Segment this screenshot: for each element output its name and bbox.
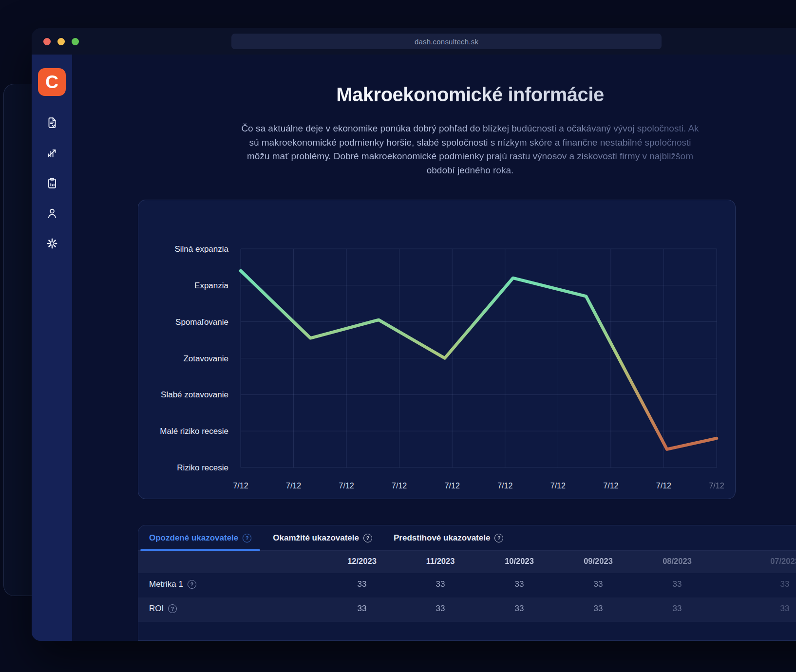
metric-name: Metrika 1 (149, 579, 183, 589)
x-axis-label: 7/12 (286, 482, 301, 490)
metric-value: 33 (780, 604, 790, 614)
tab-label: Opozdené ukazovatele (149, 533, 238, 543)
url-bar[interactable]: dash.consultech.sk (231, 34, 662, 49)
main-content: Makroekonomické informácie Čo sa aktuáln… (72, 55, 796, 641)
zoom-button[interactable] (72, 38, 79, 45)
tab-opozden-ukazovatele[interactable]: Opozdené ukazovatele? (149, 525, 251, 551)
metric-value: 33 (358, 579, 367, 589)
page-description: Čo sa aktuálne deje v ekonomike ponúka d… (239, 122, 701, 177)
window-body: C Makroekonomické informácie Čo sa aktuá… (32, 55, 796, 641)
metric-value: 33 (780, 579, 790, 589)
browser-chrome: dash.consultech.sk (32, 28, 796, 55)
column-header: 11/2023 (426, 557, 455, 566)
x-axis-label: 7/12 (709, 482, 724, 490)
x-axis-label: 7/12 (339, 482, 354, 490)
tab-predstihov-ukazovatele[interactable]: Predstihové ukazovatele? (394, 525, 503, 551)
tab-okam-it-ukazovatele[interactable]: Okamžité ukazovatele? (273, 525, 372, 551)
tab-label: Predstihové ukazovatele (394, 533, 490, 543)
indicator-tabs: Opozdené ukazovatele?Okamžité ukazovatel… (138, 525, 796, 551)
x-axis-label: 7/12 (445, 482, 460, 490)
metric-value: 33 (436, 604, 445, 614)
minimize-button[interactable] (57, 38, 65, 45)
row-label: ROI? (149, 604, 177, 614)
app-logo-letter: C (45, 72, 58, 93)
x-axis-label: 7/12 (392, 482, 407, 490)
page-title: Makroekonomické informácie (72, 84, 796, 106)
clipboard-chart-icon[interactable] (46, 177, 58, 189)
help-icon[interactable]: ? (243, 534, 251, 542)
help-icon[interactable]: ? (168, 604, 177, 613)
x-axis-label: 7/12 (603, 482, 618, 490)
column-header: 07/2023 (770, 557, 796, 566)
metric-value: 33 (436, 579, 445, 589)
metric-value: 33 (594, 579, 603, 589)
analytics-icon[interactable] (46, 147, 58, 159)
column-header: 08/2023 (663, 557, 692, 566)
table-header-row: 12/202311/202310/202309/202308/202307/20… (138, 551, 796, 573)
window-controls (43, 38, 79, 45)
help-icon[interactable]: ? (494, 534, 503, 542)
column-header: 09/2023 (584, 557, 613, 566)
y-axis-label: Slabé zotavovanie (152, 390, 228, 400)
close-button[interactable] (43, 38, 51, 45)
metric-value: 33 (358, 604, 367, 614)
table-row: ROI?333333333333 (138, 597, 796, 622)
tab-label: Okamžité ukazovatele (273, 533, 359, 543)
metric-value: 33 (515, 604, 524, 614)
help-icon[interactable]: ? (363, 534, 372, 542)
metric-value: 33 (515, 579, 524, 589)
y-axis-label: Riziko recesie (152, 463, 228, 473)
metric-name: ROI (149, 604, 164, 614)
browser-window: dash.consultech.sk C Makroekonomické inf… (32, 28, 796, 641)
row-label: Metrika 1? (149, 579, 196, 589)
indicators-panel: Opozdené ukazovatele?Okamžité ukazovatel… (138, 525, 796, 641)
macro-chart-panel: Silná expanziaExpanziaSpomaľovanieZotavo… (138, 200, 736, 499)
metric-value: 33 (673, 579, 682, 589)
page: dash.consultech.sk C Makroekonomické inf… (0, 0, 796, 672)
x-axis-label: 7/12 (656, 482, 671, 490)
y-axis-label: Zotavovanie (152, 353, 228, 363)
app-logo[interactable]: C (38, 68, 66, 96)
y-axis-label: Silná expanzia (152, 244, 228, 254)
economic-cycle-line (241, 271, 717, 449)
metric-value: 33 (594, 604, 603, 614)
x-axis-label: 7/12 (233, 482, 248, 490)
x-axis-label: 7/12 (497, 482, 512, 490)
x-axis-label: 7/12 (550, 482, 566, 490)
settings-icon[interactable] (46, 237, 58, 250)
y-axis-label: Expanzia (152, 280, 228, 290)
url-text: dash.consultech.sk (415, 37, 478, 46)
metric-value: 33 (673, 604, 682, 614)
help-icon[interactable]: ? (188, 580, 196, 589)
sidebar-nav (46, 116, 58, 250)
column-header: 12/2023 (347, 557, 377, 566)
table-row: Metrika 1?333333333333 (138, 573, 796, 597)
file-check-icon[interactable] (46, 116, 58, 129)
column-header: 10/2023 (505, 557, 534, 566)
y-axis-label: Malé riziko recesie (152, 426, 228, 436)
user-icon[interactable] (46, 207, 58, 220)
y-axis-label: Spomaľovanie (152, 317, 228, 327)
sidebar: C (32, 55, 72, 641)
